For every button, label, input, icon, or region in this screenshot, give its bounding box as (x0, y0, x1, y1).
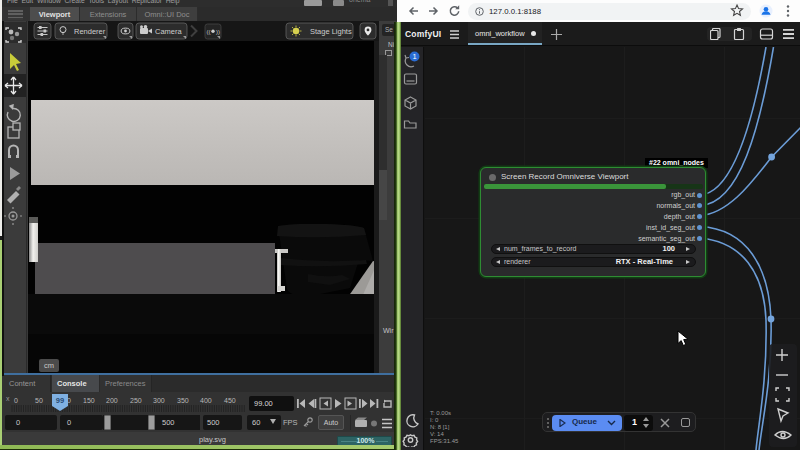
svg-text:150: 150 (83, 397, 95, 404)
svg-text:200: 200 (106, 397, 118, 404)
svg-text:250: 250 (130, 397, 142, 404)
svg-text:450: 450 (224, 397, 236, 404)
svg-text:Camera: Camera (155, 27, 183, 36)
svg-text:)): )) (216, 29, 220, 35)
svg-text:1: 1 (412, 52, 416, 61)
svg-text:Renderer: Renderer (74, 27, 106, 36)
svg-text:300: 300 (153, 397, 165, 404)
svg-text:((: (( (207, 29, 211, 35)
svg-text:350: 350 (177, 397, 189, 404)
svg-text:50: 50 (35, 397, 43, 404)
svg-text:400: 400 (200, 397, 212, 404)
svg-text:Stage Lights: Stage Lights (310, 27, 352, 36)
svg-text:0: 0 (14, 397, 18, 404)
